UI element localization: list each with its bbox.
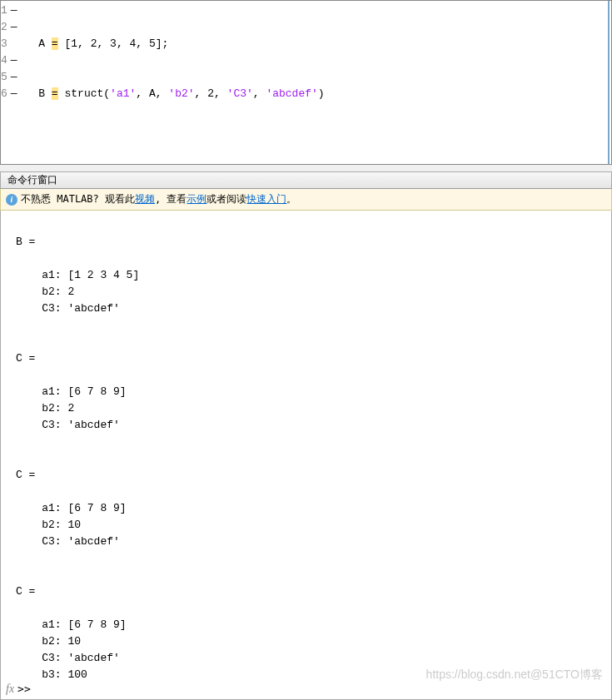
- line-number: 1: [1, 2, 7, 19]
- breakpoint-marker[interactable]: —: [11, 69, 17, 86]
- command-prompt[interactable]: >>: [17, 681, 37, 698]
- prompt-row[interactable]: fx >>: [1, 681, 611, 698]
- code-line: [26, 136, 612, 152]
- editor-pane: 1 2 3 4 5 6 — — — — — A = [1, 2, 3, 4, 5…: [0, 0, 612, 165]
- breakpoint-marker[interactable]: [11, 36, 17, 52]
- line-number: 2: [1, 19, 7, 36]
- code-text[interactable]: A = [1, 2, 3, 4, 5]; B = struct('a1', A,…: [17, 2, 612, 165]
- command-window-titlebar: 命令行窗口: [0, 171, 612, 189]
- fx-icon[interactable]: fx: [2, 681, 17, 698]
- code-line: B = struct('a1', A, 'b2', 2, 'C3', 'abcd…: [26, 86, 612, 102]
- code-area[interactable]: 1 2 3 4 5 6 — — — — — A = [1, 2, 3, 4, 5…: [1, 1, 611, 165]
- command-output[interactable]: B = a1: [1 2 3 4 5] b2: 2 C3: 'abcdef' C…: [0, 211, 612, 700]
- getting-started-link[interactable]: 快速入门: [246, 193, 286, 205]
- breakpoint-gutter[interactable]: — — — — —: [11, 2, 17, 165]
- line-number: 3: [1, 36, 7, 52]
- output-text: B = a1: [1 2 3 4 5] b2: 2 C3: 'abcdef' C…: [16, 236, 139, 681]
- breakpoint-marker[interactable]: —: [11, 2, 17, 19]
- video-link[interactable]: 视频: [135, 193, 155, 205]
- code-line: A = [1, 2, 3, 4, 5];: [26, 36, 612, 52]
- info-text: 不熟悉 MATLAB? 观看此: [21, 193, 135, 205]
- editor-scroll-strip[interactable]: [608, 1, 610, 164]
- line-number: 4: [1, 52, 7, 69]
- line-number: 6: [1, 86, 7, 102]
- breakpoint-marker[interactable]: —: [11, 52, 17, 69]
- pane-splitter[interactable]: [0, 165, 612, 171]
- command-window-title: 命令行窗口: [7, 173, 57, 187]
- line-number: 5: [1, 69, 7, 86]
- info-bar: i 不熟悉 MATLAB? 观看此视频, 查看示例或者阅读快速入门。: [0, 189, 612, 211]
- examples-link[interactable]: 示例: [187, 193, 206, 205]
- breakpoint-marker[interactable]: —: [11, 19, 17, 36]
- breakpoint-marker[interactable]: —: [11, 86, 17, 102]
- watermark-text: https://blog.csdn.net@51CTO博客: [426, 666, 603, 683]
- info-icon: i: [6, 194, 17, 206]
- line-number-gutter: 1 2 3 4 5 6: [1, 2, 11, 165]
